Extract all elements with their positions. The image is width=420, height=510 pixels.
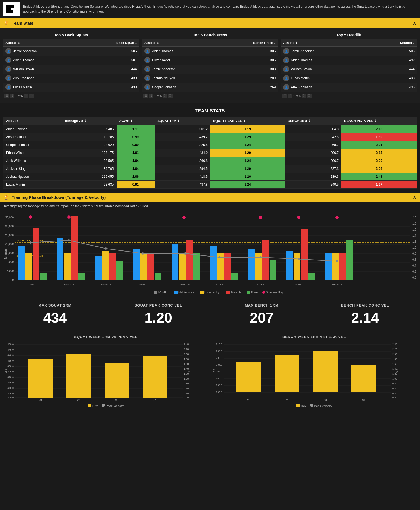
team-stats-section-header[interactable]: 🏆 Team Stats ∧ xyxy=(0,18,420,28)
svg-rect-184 xyxy=(236,362,261,392)
bs-next[interactable]: ⟩ xyxy=(24,94,28,98)
svg-point-82 xyxy=(105,247,107,250)
bp-first[interactable]: ⟨⟨ xyxy=(143,94,148,98)
deadlift-panel: Top 5 Deadlift Athlete ⇕ Deadlift ↓ 👤Jam… xyxy=(281,31,417,100)
svg-rect-53 xyxy=(140,253,147,280)
svg-text:410.0: 410.0 xyxy=(7,387,14,389)
bench-peak-vel-cell: 2.09 xyxy=(341,157,417,165)
dl-prev[interactable]: ⟨ xyxy=(288,94,292,98)
col-bench-peak-vel[interactable]: BENCH PEAK VEL ⇕ xyxy=(341,117,417,125)
squat-week-chart: SQUAT WEEK 1RM vs PEAK VEL 450.0 445.0 4… xyxy=(3,335,208,407)
svg-rect-100 xyxy=(174,291,178,294)
col-squat-peak-vel[interactable]: SQUAT PEAK VEL ⇕ xyxy=(210,117,285,125)
svg-text:425.0: 425.0 xyxy=(7,370,14,373)
bp-last[interactable]: ⟩⟩ xyxy=(168,94,173,98)
col-backsquat[interactable]: Back Squat ↓ xyxy=(83,39,139,47)
svg-point-83 xyxy=(142,252,144,255)
svg-text:5,000: 5,000 xyxy=(7,269,14,272)
svg-text:198.0: 198.0 xyxy=(216,384,222,387)
metric-max-squat-value: 434 xyxy=(3,310,107,326)
svg-text:03/18/22: 03/18/22 xyxy=(256,283,265,286)
athlete-name-cell: Lucas Martin xyxy=(3,181,62,189)
training-description: Investigating the tonnage trend and its … xyxy=(0,202,420,210)
table-row: 👤Jamie Anderson303 xyxy=(142,65,278,74)
athlete-cell: 👤William Brown xyxy=(281,65,369,74)
col-tonnage[interactable]: Tonnage 7D ⇕ xyxy=(62,117,117,125)
table-row: 👤Aiden Thomas305 xyxy=(142,47,278,56)
svg-text:03/13/22: 03/13/22 xyxy=(215,283,224,286)
svg-text:30: 30 xyxy=(115,399,118,401)
avatar: 👤 xyxy=(144,84,150,90)
athlete-cell: 👤Joshua Nguyen xyxy=(142,74,220,83)
dl-page: 1 of 6 xyxy=(293,94,301,98)
svg-rect-48 xyxy=(95,256,102,280)
svg-text:LBS: LBS xyxy=(213,369,216,373)
table-row: 👤Lucas Martin438 xyxy=(281,74,417,83)
bench1rm-cell: 206.7 xyxy=(285,149,341,157)
col-benchpress[interactable]: Bench Press ↓ xyxy=(220,39,278,47)
athlete-name: Alex Robinson xyxy=(13,76,34,80)
col-athlete-dl[interactable]: Athlete ⇕ xyxy=(281,39,369,47)
col-athlete-bs[interactable]: Athlete ⇕ xyxy=(3,39,83,47)
svg-rect-104 xyxy=(226,291,230,294)
squat-peak-vel-cell: 1.20 xyxy=(210,149,285,157)
col-deadlift[interactable]: Deadlift ↓ xyxy=(370,39,417,47)
acwr-cell: 1.04 xyxy=(117,157,155,165)
svg-text:03/24/22: 03/24/22 xyxy=(332,283,342,286)
svg-text:204.0: 204.0 xyxy=(216,363,222,366)
bench-press-panel: Top 5 Bench Press Athlete ⇕ Bench Press … xyxy=(142,31,278,100)
squat-chart-legend: 1RM Peak Velocity xyxy=(3,404,208,407)
svg-rect-46 xyxy=(78,273,85,280)
bs-first[interactable]: ⟨⟨ xyxy=(4,94,9,98)
bp-next[interactable]: ⟩ xyxy=(163,94,167,98)
bs-prev[interactable]: ⟨ xyxy=(10,94,14,98)
svg-rect-186 xyxy=(313,351,338,392)
svg-rect-73 xyxy=(308,273,315,280)
dl-last[interactable]: ⟩⟩ xyxy=(307,94,312,98)
col-squat1rm[interactable]: SQUAT 1RM ⇕ xyxy=(155,117,210,125)
athlete-cell: 👤Alex Robinson xyxy=(281,83,369,92)
bp-prev[interactable]: ⟨ xyxy=(149,94,153,98)
col-about[interactable]: About ↑ xyxy=(3,117,62,125)
header: Bridge Athletic is a Strength and Condit… xyxy=(0,0,420,18)
svg-text:0.40: 0.40 xyxy=(412,264,416,267)
metric-squat-vel-value: 1.20 xyxy=(107,310,210,326)
col-acwr[interactable]: ACWR ⇕ xyxy=(117,117,155,125)
training-phase-section-header[interactable]: 🏆 Training Phase Breakdown (Tonnage & Ve… xyxy=(0,193,420,202)
svg-rect-147 xyxy=(66,354,91,398)
avatar: 👤 xyxy=(5,48,11,54)
athlete-name-cell: Alex Robinson xyxy=(3,133,62,141)
svg-text:03/21/22: 03/21/22 xyxy=(294,283,303,286)
svg-text:200.0: 200.0 xyxy=(216,377,222,380)
col-athlete-bp[interactable]: Athlete ⇕ xyxy=(142,39,220,47)
bottom-charts: SQUAT WEEK 1RM vs PEAK VEL 450.0 445.0 4… xyxy=(0,331,420,411)
value-cell: 305 xyxy=(220,56,278,65)
dl-first[interactable]: ⟨⟨ xyxy=(282,94,287,98)
table-row: Cooper Johnson 98,620 0.99 325.5 1.24 26… xyxy=(3,141,417,149)
table-row: Aiden Thomas 137,485 1.11 501.2 1.19 304… xyxy=(3,125,417,133)
table-row: Alex Robinson 110,785 0.99 439.2 1.29 24… xyxy=(3,133,417,141)
svg-text:0.80: 0.80 xyxy=(184,382,189,385)
bench-press-title: Top 5 Bench Press xyxy=(142,31,278,39)
svg-text:m/s: m/s xyxy=(396,369,399,373)
svg-point-74 xyxy=(297,216,300,219)
table-row: 👤Jamie Anderson506 xyxy=(3,47,139,56)
bs-last[interactable]: ⟩⟩ xyxy=(29,94,34,98)
avatar: 👤 xyxy=(283,57,289,63)
team-stats-table-title: TEAM STATS xyxy=(3,106,417,117)
svg-rect-106 xyxy=(247,291,250,294)
bp-pagination: ⟨⟨ ⟨ 1 of 6 ⟩ ⟩⟩ xyxy=(142,92,278,100)
svg-rect-65 xyxy=(248,249,255,280)
svg-text:2.00: 2.00 xyxy=(412,216,416,219)
avatar: 👤 xyxy=(5,84,11,90)
svg-text:1.60: 1.60 xyxy=(412,228,416,231)
athlete-name: Jamie Anderson xyxy=(291,49,314,53)
col-bench1rm[interactable]: BENCH 1RM ⇕ xyxy=(285,117,341,125)
svg-text:29: 29 xyxy=(285,399,289,401)
svg-text:20,000: 20,000 xyxy=(5,243,14,246)
dl-next[interactable]: ⟩ xyxy=(302,94,306,98)
table-row: 👤Joshua Nguyen289 xyxy=(142,74,278,83)
svg-rect-40 xyxy=(33,228,39,280)
table-row: 👤Jamie Anderson506 xyxy=(281,47,417,56)
svg-rect-44 xyxy=(64,253,71,280)
